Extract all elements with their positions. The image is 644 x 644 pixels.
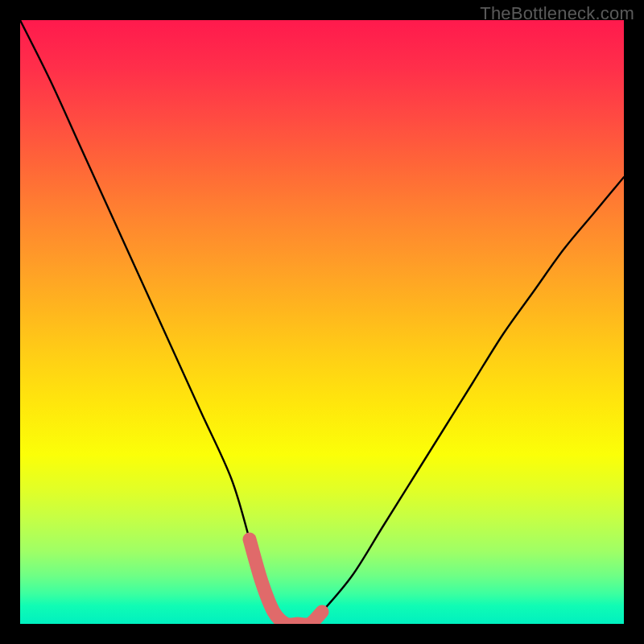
watermark-text: TheBottleneck.com: [480, 3, 634, 24]
chart-svg: [20, 20, 624, 624]
chart-frame: TheBottleneck.com: [0, 0, 644, 644]
bottom-highlight: [250, 539, 322, 624]
bottleneck-curve: [20, 20, 624, 624]
